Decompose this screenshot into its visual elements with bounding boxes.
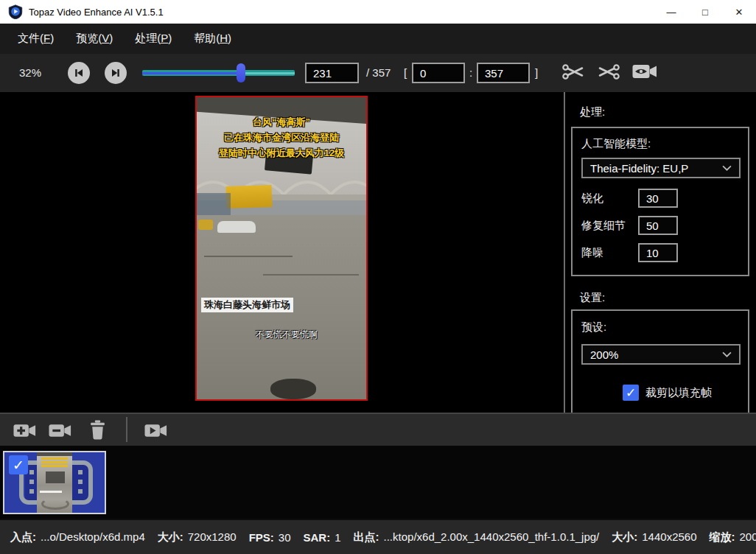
status-scale: 缩放:200% xyxy=(710,530,756,544)
thumbnail-title-marks xyxy=(41,457,68,460)
video-debris-shape xyxy=(270,379,316,399)
window-controls: — □ ✕ xyxy=(654,0,756,24)
menu-help[interactable]: 帮助(H) xyxy=(186,27,239,50)
slider-progress xyxy=(142,72,241,74)
remove-video-button[interactable] xyxy=(49,421,73,443)
thumbnail-dark-shape xyxy=(46,471,65,483)
status-input-path: 入点:...o/Desktop/x6d.mp4 xyxy=(10,530,145,544)
sharpen-row: 锐化 xyxy=(581,189,741,208)
trash-icon xyxy=(88,420,107,440)
skip-to-start-button[interactable] xyxy=(68,62,90,84)
status-output-path: 出点:...ktop/x6d_2.00x_1440x2560_thf-1.0.1… xyxy=(354,530,600,544)
total-frames-label: / 357 xyxy=(366,66,391,79)
video-thumbnail-selected[interactable]: ✓ xyxy=(3,451,106,514)
processing-heading: 处理: xyxy=(580,105,605,119)
menu-bar: 文件(F) 预览(V) 处理(P) 帮助(H) xyxy=(0,24,756,54)
trim-in-button[interactable] xyxy=(561,62,585,85)
camera-minus-icon xyxy=(49,421,73,440)
scissors-right-icon xyxy=(597,62,620,82)
status-bar: 入点:...o/Desktop/x6d.mp4 大小:720x1280 FPS:… xyxy=(0,519,756,554)
camera-eye-icon xyxy=(632,62,657,81)
denoise-label: 降噪 xyxy=(581,246,629,260)
title-bar: Topaz Video Enhance AI V1.5.1 — □ ✕ xyxy=(0,0,756,24)
thumbnail-checkbox[interactable]: ✓ xyxy=(9,455,28,474)
video-white-car xyxy=(217,221,256,233)
maximize-button[interactable]: □ xyxy=(688,0,722,24)
range-separator: : xyxy=(469,66,472,79)
file-toolbar xyxy=(0,413,756,446)
video-preview-frame[interactable]: 台风“海高斯” 已在珠海市金湾区沿海登陆 登陆时中心附近最大风力12级 珠海白藤… xyxy=(195,96,368,401)
video-water-streak xyxy=(263,274,359,276)
thumbnail-caption-mark xyxy=(40,491,62,493)
video-title-line-1: 台风“海高斯” xyxy=(197,115,366,130)
preset-dropdown[interactable]: 200% xyxy=(581,344,741,365)
toolbar-divider xyxy=(126,417,127,442)
app-logo-icon xyxy=(8,4,23,19)
range-open-bracket: [ xyxy=(404,66,407,79)
status-output-size: 大小:1440x2560 xyxy=(612,530,696,544)
preview-button[interactable] xyxy=(632,62,657,84)
thumbnail-strip: ✓ xyxy=(0,446,756,519)
skip-to-end-button[interactable] xyxy=(105,62,127,84)
preset-label: 预设: xyxy=(581,320,606,334)
menu-process[interactable]: 处理(P) xyxy=(127,27,179,50)
camera-plus-icon xyxy=(13,421,38,440)
crop-to-fill-label: 裁剪以填充帧 xyxy=(645,386,712,400)
close-button[interactable]: ✕ xyxy=(722,0,756,24)
denoise-input[interactable] xyxy=(638,243,678,262)
restore-detail-row: 修复细节 xyxy=(581,216,741,235)
crop-to-fill-checkbox[interactable]: ✓ xyxy=(623,385,639,401)
trim-out-button[interactable] xyxy=(597,62,620,85)
ai-model-label: 人工智能模型: xyxy=(581,137,651,151)
restore-detail-input[interactable] xyxy=(638,216,678,235)
video-title-line-2: 已在珠海市金湾区沿海登陆 xyxy=(197,130,366,146)
thumbnail-debris-shape xyxy=(41,498,69,510)
range-close-bracket: ] xyxy=(535,66,538,79)
range-start-input[interactable] xyxy=(412,63,465,83)
video-title-line-3: 登陆时中心附近最大风力12级 xyxy=(197,146,366,161)
thumbnail-video-image xyxy=(37,452,72,513)
delete-button[interactable] xyxy=(88,420,107,443)
chevron-down-icon xyxy=(722,351,732,357)
video-truck-shape xyxy=(197,193,231,215)
denoise-row: 降噪 xyxy=(581,243,741,262)
menu-file[interactable]: 文件(F) xyxy=(10,27,61,50)
status-fps: FPS:30 xyxy=(249,531,291,544)
video-water-streak xyxy=(204,256,293,257)
video-overlay-title: 台风“海高斯” 已在珠海市金湾区沿海登陆 登陆时中心附近最大风力12级 xyxy=(197,115,366,161)
ai-model-value: Theia-Fidelity: EU,P xyxy=(590,162,688,175)
settings-group: 预设: 200% ✓ 裁剪以填充帧 xyxy=(571,309,749,413)
slider-handle[interactable] xyxy=(237,63,245,83)
processing-group: 人工智能模型: Theia-Fidelity: EU,P 锐化 修复细节 降噪 xyxy=(571,127,749,276)
ai-model-dropdown[interactable]: Theia-Fidelity: EU,P xyxy=(581,158,741,178)
sharpen-label: 锐化 xyxy=(581,192,629,206)
status-input-size: 大小:720x1280 xyxy=(158,530,237,544)
video-yellow-sign xyxy=(225,185,272,208)
preset-value: 200% xyxy=(590,348,618,361)
timeline-slider[interactable] xyxy=(142,70,295,76)
restore-detail-label: 修复细节 xyxy=(581,219,629,233)
video-caption-speech: 不要慌不要慌啊 xyxy=(256,329,318,341)
chevron-down-icon xyxy=(722,165,732,171)
window-title: Topaz Video Enhance AI V1.5.1 xyxy=(29,7,164,18)
zoom-level-label: 32% xyxy=(19,66,41,79)
menu-preview[interactable]: 预览(V) xyxy=(69,27,120,50)
status-sar: SAR:1 xyxy=(304,531,341,544)
settings-heading: 设置: xyxy=(580,291,605,305)
crop-to-fill-row: ✓ 裁剪以填充帧 xyxy=(623,385,712,401)
settings-panel: 处理: 人工智能模型: Theia-Fidelity: EU,P 锐化 修复细节… xyxy=(565,92,756,413)
sharpen-input[interactable] xyxy=(638,189,678,208)
playback-toolbar: 32% / 357 [ : ] xyxy=(0,54,756,92)
minimize-button[interactable]: — xyxy=(654,0,688,24)
scissors-left-icon xyxy=(561,62,585,82)
slider-remaining xyxy=(243,72,295,74)
process-video-button[interactable] xyxy=(144,421,169,443)
current-frame-input[interactable] xyxy=(305,63,359,83)
video-caption-location: 珠海白藤头海鲜市场 xyxy=(201,298,293,312)
video-yellow-car xyxy=(198,220,213,230)
add-video-button[interactable] xyxy=(13,421,38,443)
skip-end-icon xyxy=(110,67,122,79)
camera-play-icon xyxy=(144,421,169,440)
range-end-input[interactable] xyxy=(477,63,530,83)
app-window: Topaz Video Enhance AI V1.5.1 — □ ✕ 文件(F… xyxy=(0,0,756,554)
